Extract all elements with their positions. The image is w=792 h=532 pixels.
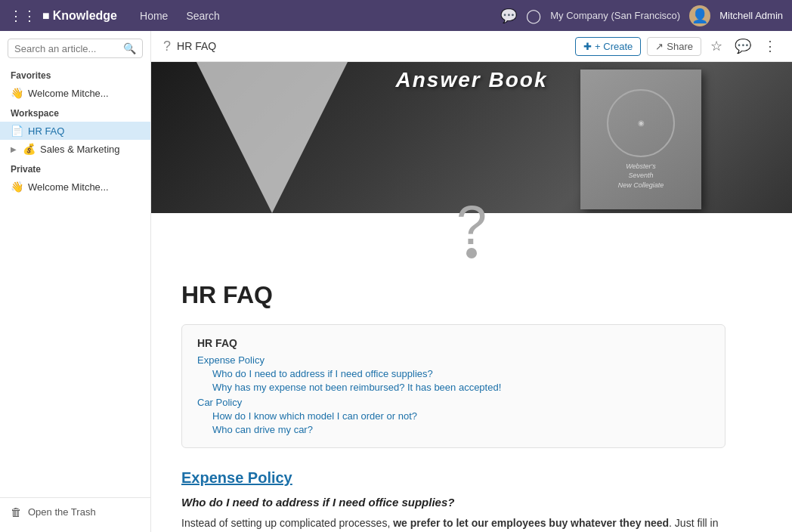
wave-icon-priv: 👋 <box>11 181 23 193</box>
sidebar: 🔍 Favorites 👋 Welcome Mitche... Workspac… <box>0 31 151 532</box>
chat-icon[interactable]: 💬 <box>500 8 517 24</box>
page-icon-hrfaq: 📄 <box>11 125 23 137</box>
app-logo[interactable]: ■ Knowledge <box>42 9 117 23</box>
toc-link-car-model[interactable]: How do I know which model I can order or… <box>212 410 417 422</box>
toc-link-reimbursed[interactable]: Why has my expense not been reimbursed? … <box>212 382 501 393</box>
logo-text: Knowledge <box>53 9 117 23</box>
toc-link-expense[interactable]: Expense Policy <box>197 354 265 366</box>
sidebar-search-wrap: 🔍 <box>0 31 150 64</box>
top-navigation: ⋮⋮ ■ Knowledge Home Search 💬 ◯ My Compan… <box>0 0 792 31</box>
breadcrumb-doc-icon: ? <box>163 39 171 54</box>
toc-link-car[interactable]: Car Policy <box>197 397 242 408</box>
create-plus-icon: ✚ <box>583 41 592 52</box>
create-label: + Create <box>595 41 633 52</box>
trash-icon: 🗑 <box>11 506 22 518</box>
article-body: HR FAQ HR FAQ Expense Policy Who do I ne… <box>151 258 756 532</box>
cover-image: Answer Book ◉ Webster's Seventh New <box>151 62 792 213</box>
expense-policy-heading[interactable]: Expense Policy <box>181 469 725 487</box>
office-supplies-paragraph: Instead of setting up complicated proces… <box>181 515 725 532</box>
sidebar-item-sales[interactable]: ▶ 💰 Sales & Marketing <box>0 140 150 158</box>
table-of-contents: HR FAQ Expense Policy Who do I need to a… <box>181 324 725 448</box>
toc-item-car: Car Policy <box>197 396 710 408</box>
sidebar-item-label-priv: Welcome Mitche... <box>28 181 109 193</box>
sidebar-item-label-fav: Welcome Mitche... <box>28 88 109 99</box>
expense-policy-section: Expense Policy Who do I need to address … <box>181 469 725 532</box>
breadcrumb-actions: ✚ + Create ↗ Share ☆ 💬 ⋮ <box>575 36 780 56</box>
toc-item-expense: Expense Policy <box>197 354 710 366</box>
search-box[interactable]: 🔍 <box>8 39 143 58</box>
article-title: HR FAQ <box>181 281 725 309</box>
search-input[interactable] <box>14 43 119 54</box>
nav-home[interactable]: Home <box>132 7 175 25</box>
search-icon: 🔍 <box>123 42 136 54</box>
username-label: Mitchell Admin <box>719 10 783 21</box>
cover-image-inner: Answer Book ◉ Webster's Seventh New <box>151 62 792 213</box>
main-layout: 🔍 Favorites 👋 Welcome Mitche... Workspac… <box>0 31 792 532</box>
sidebar-item-label-sales: Sales & Marketing <box>40 144 120 155</box>
content-wrapper: Answer Book ◉ Webster's Seventh New <box>151 62 792 532</box>
content-area: Answer Book ◉ Webster's Seventh New <box>151 62 792 532</box>
company-selector[interactable]: My Company (San Francisco) <box>550 10 680 21</box>
avatar[interactable]: 👤 <box>689 5 710 26</box>
share-icon: ↗ <box>655 41 664 52</box>
toc-heading: HR FAQ <box>197 337 710 349</box>
workspace-label: Workspace <box>0 102 150 122</box>
toc-link-office-supplies[interactable]: Who do I need to address if I need offic… <box>212 368 433 379</box>
breadcrumb-bar: ? HR FAQ ✚ + Create ↗ Share ☆ 💬 ⋮ <box>151 31 792 62</box>
nav-search[interactable]: Search <box>178 7 227 25</box>
expand-icon-sales: ▶ <box>11 145 17 153</box>
clock-icon[interactable]: ◯ <box>526 8 541 24</box>
open-trash-button[interactable]: 🗑 Open the Trash <box>0 497 150 526</box>
comment-button[interactable]: 💬 <box>732 36 754 56</box>
question-mark-icon: ? <box>151 198 792 252</box>
more-options-button[interactable]: ⋮ <box>760 36 780 56</box>
toc-item-office-supplies: Who do I need to address if I need offic… <box>212 367 710 379</box>
office-supplies-subheading: Who do I need to address if I need offic… <box>181 496 725 509</box>
breadcrumb-title: HR FAQ <box>177 40 569 52</box>
logo-icon: ■ <box>42 9 50 23</box>
sidebar-item-hrfaq[interactable]: 📄 HR FAQ <box>0 122 150 140</box>
favorites-label: Favorites <box>0 64 150 84</box>
toc-item-car-model: How do I know which model I can order or… <box>212 410 710 422</box>
toc-link-car-drive[interactable]: Who can drive my car? <box>212 424 313 435</box>
nav-links: Home Search <box>132 7 227 25</box>
share-button[interactable]: ↗ Share <box>647 37 701 56</box>
toc-item-reimbursed: Why has my expense not been reimbursed? … <box>212 381 710 393</box>
paragraph-start: Instead of setting up complicated proces… <box>181 517 393 529</box>
question-mark-area: ? <box>151 198 792 258</box>
sidebar-item-welcome-priv[interactable]: 👋 Welcome Mitche... <box>0 178 150 196</box>
wave-icon-fav: 👋 <box>11 87 23 99</box>
share-label: Share <box>667 41 693 52</box>
toc-item-car-drive: Who can drive my car? <box>212 423 710 435</box>
cover-book-graphic: ◉ Webster's Seventh New Collegiate <box>580 70 701 209</box>
folder-icon-sales: 💰 <box>23 143 36 155</box>
topnav-right: 💬 ◯ My Company (San Francisco) 👤 Mitchel… <box>500 5 783 26</box>
paragraph-bold: we prefer to let our employees buy whate… <box>393 517 669 529</box>
star-button[interactable]: ☆ <box>707 36 725 56</box>
open-trash-label: Open the Trash <box>28 506 96 518</box>
sidebar-item-welcome-fav[interactable]: 👋 Welcome Mitche... <box>0 84 150 102</box>
grid-icon[interactable]: ⋮⋮ <box>9 8 36 24</box>
create-button[interactable]: ✚ + Create <box>575 37 641 56</box>
private-label: Private <box>0 158 150 178</box>
sidebar-item-label-hrfaq: HR FAQ <box>28 125 64 137</box>
